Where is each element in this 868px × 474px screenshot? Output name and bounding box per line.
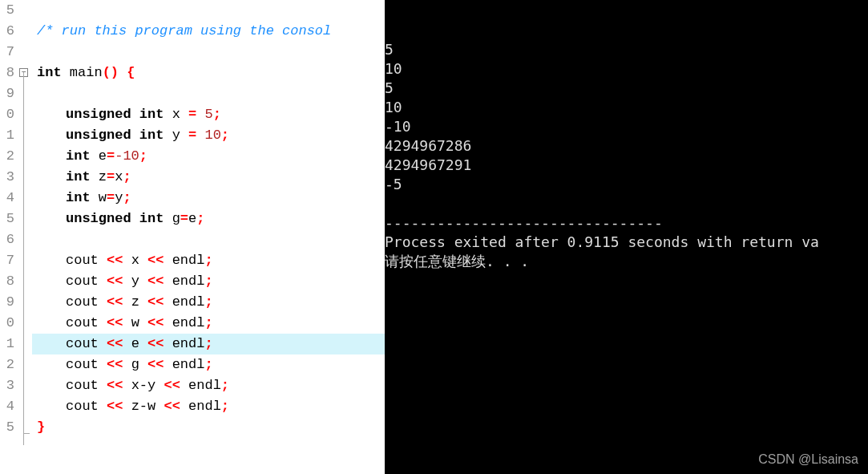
code-line[interactable] xyxy=(32,229,385,250)
line-number: 1 xyxy=(0,125,14,146)
code-line[interactable]: unsigned int y = 10; xyxy=(32,125,385,146)
code-line[interactable]: /* run this program using the consol xyxy=(32,21,385,42)
code-line[interactable]: cout << x << endl; xyxy=(32,250,385,271)
console-text: 5 10 5 10 -10 4294967286 4294967291 -5 -… xyxy=(385,40,868,271)
code-line[interactable]: cout << g << endl; xyxy=(32,354,385,375)
line-number: 9 xyxy=(0,83,14,104)
code-line[interactable]: unsigned int g=e; xyxy=(32,209,385,229)
line-number: 6 xyxy=(0,229,14,250)
line-number: 2 xyxy=(0,354,14,375)
line-number: 8 xyxy=(0,271,14,292)
code-line[interactable]: int main() { xyxy=(32,63,385,83)
line-number: 0 xyxy=(0,313,14,334)
console-output[interactable]: 5 10 5 10 -10 4294967286 4294967291 -5 -… xyxy=(385,0,868,474)
code-editor[interactable]: 567890123456789012345 − /* run this prog… xyxy=(0,0,385,474)
code-line[interactable]: int e=-10; xyxy=(32,146,385,167)
fold-end-tick xyxy=(23,433,30,434)
line-number: 0 xyxy=(0,104,14,125)
line-number: 5 xyxy=(0,0,14,21)
line-number: 5 xyxy=(0,209,14,229)
code-line[interactable]: cout << z << endl; xyxy=(32,292,385,313)
code-line[interactable]: cout << z-w << endl; xyxy=(32,396,385,417)
code-line[interactable] xyxy=(32,42,385,63)
line-number: 8 xyxy=(0,63,14,83)
watermark: CSDN @Lisainsa xyxy=(758,450,858,469)
code-line[interactable]: cout << y << endl; xyxy=(32,271,385,292)
line-number: 5 xyxy=(0,417,14,438)
line-number: 9 xyxy=(0,292,14,313)
line-number: 7 xyxy=(0,250,14,271)
line-number-gutter: 567890123456789012345 xyxy=(0,0,18,474)
line-number: 3 xyxy=(0,375,14,396)
line-number: 7 xyxy=(0,42,14,63)
line-number: 4 xyxy=(0,396,14,417)
line-number: 6 xyxy=(0,21,14,42)
fold-column: − xyxy=(18,0,32,474)
code-line[interactable]: int w=y; xyxy=(32,188,385,209)
code-area[interactable]: /* run this program using the consol int… xyxy=(32,0,385,474)
code-line[interactable] xyxy=(32,0,385,21)
code-line[interactable]: cout << x-y << endl; xyxy=(32,375,385,396)
line-number: 1 xyxy=(0,334,14,354)
line-number: 2 xyxy=(0,146,14,167)
line-number: 3 xyxy=(0,167,14,188)
code-line[interactable]: cout << e << endl; xyxy=(32,334,385,354)
code-line[interactable]: unsigned int x = 5; xyxy=(32,104,385,125)
fold-guide-line xyxy=(23,72,24,445)
code-line[interactable] xyxy=(32,83,385,104)
line-number: 4 xyxy=(0,188,14,209)
app-root: 567890123456789012345 − /* run this prog… xyxy=(0,0,868,474)
code-line[interactable]: } xyxy=(32,417,385,438)
code-line[interactable]: cout << w << endl; xyxy=(32,313,385,334)
code-line[interactable]: int z=x; xyxy=(32,167,385,188)
